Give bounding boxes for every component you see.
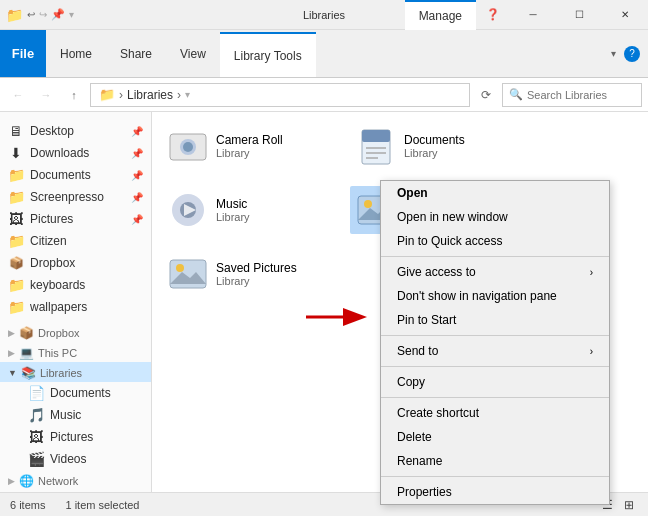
ribbon-tab-home[interactable]: Home [46, 30, 106, 77]
close-btn[interactable]: ✕ [602, 0, 648, 30]
search-input[interactable] [527, 89, 635, 101]
ctx-sep-1 [381, 256, 609, 257]
lib-name-saved-pictures: Saved Pictures [216, 261, 297, 275]
sidebar-label-citizen: Citizen [30, 234, 67, 248]
sidebar-label-lib-pictures: Pictures [50, 430, 93, 444]
sidebar-item-lib-pictures[interactable]: 🖼 Pictures [0, 426, 151, 448]
ctx-pin-quick-access-label: Pin to Quick access [397, 234, 502, 248]
lib-pictures-icon: 🖼 [28, 429, 44, 445]
redo-btn[interactable]: ↪ [39, 9, 47, 20]
ribbon-collapse-btn[interactable]: ▾ [611, 48, 616, 59]
minimize-btn[interactable]: ─ [510, 0, 556, 30]
ctx-properties[interactable]: Properties [381, 480, 609, 504]
sidebar-item-screenpresso[interactable]: 📁 Screenpresso 📌 [0, 186, 151, 208]
lib-item-camera-roll[interactable]: Camera Roll Library [162, 122, 322, 170]
sidebar-item-dropbox-qr[interactable]: 📦 Dropbox [0, 252, 151, 274]
expand-icon-network: ▶ [8, 476, 15, 486]
sidebar-label-lib-videos: Videos [50, 452, 86, 466]
dropdown-btn[interactable]: ▾ [69, 9, 74, 20]
sidebar-item-lib-documents[interactable]: 📄 Documents [0, 382, 151, 404]
file-tab[interactable]: File [0, 30, 46, 77]
screenpresso-icon: 📁 [8, 189, 24, 205]
sidebar-item-lib-music[interactable]: 🎵 Music [0, 404, 151, 426]
breadcrumb-libraries[interactable]: Libraries [127, 88, 173, 102]
ctx-open-new-window[interactable]: Open in new window [381, 205, 609, 229]
ctx-open-new-window-label: Open in new window [397, 210, 508, 224]
ctx-dont-show-label: Don't show in navigation pane [397, 289, 557, 303]
lib-info-music: Music Library [216, 197, 250, 223]
ribbon: File Home Share View Library Tools ▾ ? [0, 30, 648, 78]
ctx-delete-label: Delete [397, 430, 432, 444]
undo-btn[interactable]: ↩ [27, 9, 35, 20]
ribbon-help-btn[interactable]: ? [624, 46, 640, 62]
sidebar-section-thispc[interactable]: ▶ 💻 This PC [0, 342, 151, 362]
sidebar-item-wallpapers[interactable]: 📁 wallpapers [0, 296, 151, 318]
refresh-btn[interactable]: ⟳ [474, 83, 498, 107]
sidebar-section-dropbox[interactable]: ▶ 📦 Dropbox [0, 322, 151, 342]
search-box[interactable]: 🔍 [502, 83, 642, 107]
sidebar-item-citizen[interactable]: 📁 Citizen [0, 230, 151, 252]
address-path[interactable]: 📁 › Libraries › ▾ [90, 83, 470, 107]
ribbon-tab-view[interactable]: View [166, 30, 220, 77]
dropbox-qr-icon: 📦 [8, 255, 24, 271]
network-icon: 🌐 [19, 474, 34, 488]
red-arrow-svg [301, 303, 376, 331]
ctx-dont-show[interactable]: Don't show in navigation pane [381, 284, 609, 308]
ctx-rename[interactable]: Rename [381, 449, 609, 473]
lib-item-documents[interactable]: Documents Library [350, 122, 510, 170]
dropbox-section-icon: 📦 [19, 326, 34, 340]
ctx-create-shortcut[interactable]: Create shortcut [381, 401, 609, 425]
lib-type-saved-pictures: Library [216, 275, 297, 287]
sidebar-item-pictures[interactable]: 🖼 Pictures 📌 [0, 208, 151, 230]
ctx-send-to[interactable]: Send to › [381, 339, 609, 363]
ctx-sep-2 [381, 335, 609, 336]
sidebar-item-keyboards[interactable]: 📁 keyboards [0, 274, 151, 296]
ctx-create-shortcut-label: Create shortcut [397, 406, 479, 420]
ctx-open[interactable]: Open [381, 181, 609, 205]
ribbon-tabs: Home Share View Library Tools [46, 30, 316, 77]
ribbon-tab-library-tools[interactable]: Library Tools [220, 32, 316, 77]
downloads-icon: ⬇ [8, 145, 24, 161]
up-btn[interactable]: ↑ [62, 83, 86, 107]
lib-info-documents: Documents Library [404, 133, 465, 159]
music-lib-icon [168, 190, 208, 230]
breadcrumb-dropdown[interactable]: ▾ [185, 89, 190, 100]
sidebar-section-libraries[interactable]: ▼ 📚 Libraries [0, 362, 151, 382]
sidebar-item-lib-videos[interactable]: 🎬 Videos [0, 448, 151, 470]
pin-btn[interactable]: 📌 [51, 8, 65, 21]
lib-item-music[interactable]: Music Library [162, 186, 322, 234]
pin-downloads: 📌 [131, 148, 143, 159]
folder-icon: 📁 [99, 87, 115, 102]
pin-pictures: 📌 [131, 214, 143, 225]
sidebar-item-downloads[interactable]: ⬇ Downloads 📌 [0, 142, 151, 164]
documents-lib-icon [356, 126, 396, 166]
back-btn[interactable]: ← [6, 83, 30, 107]
ctx-copy[interactable]: Copy [381, 370, 609, 394]
expand-icon-libraries: ▼ [8, 368, 17, 378]
sidebar-item-documents[interactable]: 📁 Documents 📌 [0, 164, 151, 186]
sidebar-label-documents: Documents [30, 168, 91, 182]
forward-btn[interactable]: → [34, 83, 58, 107]
ribbon-tab-area: Manage [405, 0, 476, 30]
ribbon-tab-manage[interactable]: Manage [405, 0, 476, 30]
lib-item-saved-pictures[interactable]: Saved Pictures Library [162, 250, 322, 298]
ctx-pin-quick-access[interactable]: Pin to Quick access [381, 229, 609, 253]
sidebar-item-desktop[interactable]: 🖥 Desktop 📌 [0, 120, 151, 142]
ctx-delete[interactable]: Delete [381, 425, 609, 449]
help-btn[interactable]: ❓ [476, 8, 510, 21]
lib-doc-icon: 📄 [28, 385, 44, 401]
maximize-btn[interactable]: ☐ [556, 0, 602, 30]
ribbon-tab-share[interactable]: Share [106, 30, 166, 77]
sidebar-section-network[interactable]: ▶ 🌐 Network [0, 470, 151, 490]
sidebar-label-pictures: Pictures [30, 212, 73, 226]
saved-pictures-lib-icon [168, 254, 208, 294]
ctx-pin-start-label: Pin to Start [397, 313, 456, 327]
ctx-pin-start[interactable]: Pin to Start [381, 308, 609, 332]
libraries-icon: 📚 [21, 366, 36, 380]
ctx-open-label: Open [397, 186, 428, 200]
grid-view-btn[interactable]: ⊞ [620, 496, 638, 514]
keyboards-icon: 📁 [8, 277, 24, 293]
ctx-give-access[interactable]: Give access to › [381, 260, 609, 284]
ctx-sep-5 [381, 476, 609, 477]
sidebar-label-thispc: This PC [38, 347, 77, 359]
